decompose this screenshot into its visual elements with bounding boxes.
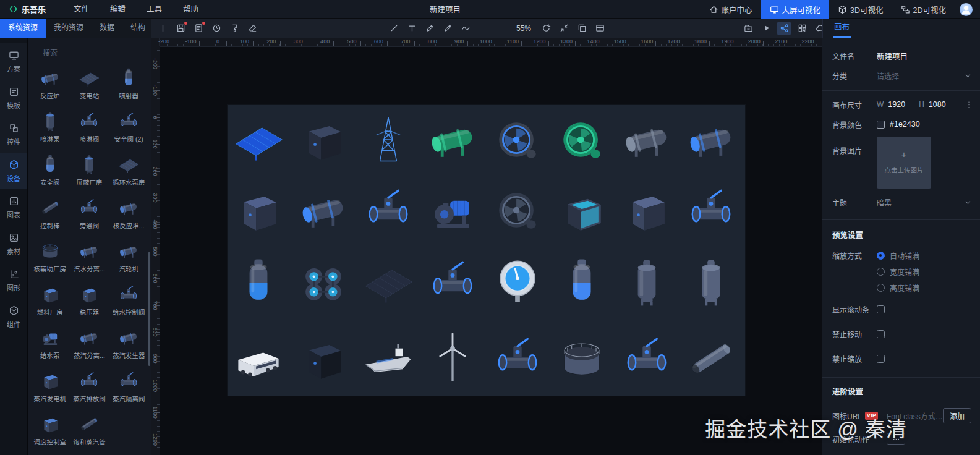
nav-cube[interactable]: 3D可视化: [829, 0, 892, 19]
checkbox[interactable]: [877, 330, 885, 338]
canvas-device-ball-valve[interactable]: [359, 181, 418, 240]
library-scrollbar[interactable]: [148, 252, 150, 366]
library-item-汽轮机[interactable]: 汽轮机: [109, 235, 148, 278]
canvas-device-pump-assembly[interactable]: [488, 329, 547, 388]
library-item-给水泵[interactable]: 给水泵: [30, 321, 70, 365]
lewule-logo[interactable]: 乐吾乐: [9, 3, 46, 15]
nav-home[interactable]: 账户中心: [701, 0, 761, 19]
canvas-device-y-strainer[interactable]: [617, 329, 676, 388]
frame-button[interactable]: [575, 22, 589, 35]
more-button[interactable]: [887, 433, 905, 445]
tab-数据[interactable]: 数据: [92, 19, 122, 38]
library-item-安全阀 (2)[interactable]: 安全阀 (2): [109, 105, 148, 148]
radio-icon[interactable]: [877, 284, 885, 292]
library-item-汽水分离...[interactable]: 汽水分离...: [70, 235, 109, 278]
menu-item-2[interactable]: 工具: [136, 0, 173, 19]
tab-我的资源[interactable]: 我的资源: [46, 19, 92, 38]
radio-icon[interactable]: [877, 268, 885, 276]
category-select[interactable]: 请选择: [877, 70, 899, 81]
library-item-燃料厂房[interactable]: 燃料厂房: [30, 278, 70, 321]
dots-vertical-icon[interactable]: [965, 100, 974, 109]
library-item-屏蔽厂房[interactable]: 屏蔽厂房: [70, 148, 109, 192]
layout-button[interactable]: [593, 22, 607, 35]
radio-自动铺满[interactable]: 自动铺满: [877, 250, 919, 261]
canvas-device-compressor[interactable]: [423, 110, 482, 169]
format-brush-button[interactable]: [228, 22, 241, 35]
canvas-device-pipe-coupling[interactable]: [294, 181, 353, 240]
sidebar-item-图表[interactable]: 图表: [0, 189, 27, 226]
line-button[interactable]: [387, 22, 401, 35]
canvas-device-centrifugal-fan[interactable]: [488, 110, 547, 169]
pen-button[interactable]: [441, 22, 454, 35]
canvas-device-water-tank[interactable]: [552, 181, 611, 240]
theme-select[interactable]: 暗黑: [877, 197, 892, 208]
chevron-down-icon[interactable]: [963, 71, 973, 80]
add-button[interactable]: 添加: [943, 408, 971, 423]
canvas-device-solar-panel[interactable]: [229, 110, 288, 169]
library-item-循环水泵房[interactable]: 循环水泵房: [109, 148, 148, 192]
tab-系统资源[interactable]: 系统资源: [0, 19, 46, 38]
canvas-device-heat-exchanger[interactable]: [617, 110, 676, 169]
color-swatch[interactable]: [877, 121, 885, 129]
radio-宽度铺满[interactable]: 宽度铺满: [877, 266, 919, 277]
width-value[interactable]: 1920: [888, 100, 905, 109]
canvas-device-vertical-vessel[interactable]: [617, 252, 676, 312]
tab-结构[interactable]: 结构: [122, 19, 153, 38]
text-button[interactable]: [405, 22, 419, 35]
tab-canvas[interactable]: 画布: [833, 19, 851, 38]
canvas-device-glass-cylinder[interactable]: [552, 252, 611, 312]
radio-高度铺满[interactable]: 高度铺满: [877, 283, 919, 293]
height-value[interactable]: 1080: [929, 100, 946, 109]
canvas-device-fan-cluster[interactable]: [294, 252, 353, 312]
menu-item-3[interactable]: 帮助: [173, 0, 209, 19]
library-item-核反应堆...[interactable]: 核反应堆...: [109, 192, 148, 235]
sidebar-item-素材[interactable]: 素材: [0, 226, 27, 262]
canvas-device-panel-unit[interactable]: [359, 252, 418, 312]
canvas-device-steel-pipe[interactable]: [681, 329, 741, 388]
search-input[interactable]: [41, 48, 140, 58]
sidebar-item-设备[interactable]: 设备: [0, 153, 27, 189]
avatar[interactable]: [960, 3, 973, 16]
library-item-蒸汽发电机[interactable]: 蒸汽发电机: [30, 365, 70, 408]
canvas-device-tanker-ship[interactable]: [359, 329, 418, 388]
icon-url-input[interactable]: Font class方式URL: [887, 410, 943, 421]
plus-button[interactable]: [156, 22, 169, 35]
canvas-device-flow-meter-valve[interactable]: [423, 252, 482, 312]
new-page-button[interactable]: [192, 22, 205, 35]
save-button[interactable]: [174, 22, 187, 35]
pencil-button[interactable]: [423, 22, 437, 35]
history-button[interactable]: [210, 22, 223, 35]
checkbox[interactable]: [877, 305, 885, 313]
library-item-变电站[interactable]: 变电站: [70, 62, 109, 105]
canvas-device-liquid-tank[interactable]: [229, 252, 288, 312]
canvas-device-lattice-tower[interactable]: [359, 110, 418, 169]
canvas-device-heat-exchanger-2[interactable]: [681, 110, 741, 169]
canvas-device-centrifugal-pump[interactable]: [552, 110, 611, 169]
canvas-device-axial-fan[interactable]: [488, 181, 547, 240]
canvas-device-power-cabinet[interactable]: [294, 110, 353, 169]
solid-line-button[interactable]: [477, 22, 490, 35]
menu-item-0[interactable]: 文件: [63, 0, 100, 19]
radio-icon[interactable]: [877, 252, 885, 260]
canvas-area[interactable]: -200-10001002003004005006007008009001000…: [151, 38, 822, 455]
canvas-device-motor-pump[interactable]: [423, 181, 482, 240]
bg-color-value[interactable]: #1e2430: [890, 120, 920, 129]
library-item-安全阀[interactable]: 安全阀: [30, 148, 70, 192]
library-item-控制棒[interactable]: 控制棒: [30, 192, 70, 235]
canvas-device-wind-turbine[interactable]: [423, 329, 482, 388]
menu-item-1[interactable]: 编辑: [100, 0, 136, 19]
nav-screen[interactable]: 大屏可视化: [761, 0, 830, 19]
refresh-button[interactable]: [539, 22, 553, 35]
canvas-device-pressure-gauge[interactable]: [488, 252, 547, 312]
sidebar-item-图形[interactable]: 图形: [0, 262, 27, 299]
nav-flow[interactable]: 2D可视化: [892, 0, 955, 19]
library-item-蒸汽隔离阀[interactable]: 蒸汽隔离阀: [109, 365, 148, 408]
sidebar-item-模板[interactable]: 模板: [0, 80, 27, 116]
canvas-device-server-cabinet[interactable]: [229, 181, 288, 240]
library-item-喷射器[interactable]: 喷射器: [109, 62, 148, 105]
lock-button[interactable]: [741, 22, 755, 35]
canvas-device-circular-tank[interactable]: [552, 329, 611, 388]
library-item-旁通阀[interactable]: 旁通阀: [70, 192, 109, 235]
file-name-value[interactable]: 新建项目: [877, 50, 908, 62]
library-item-饱和蒸汽管[interactable]: 饱和蒸汽管: [70, 408, 109, 451]
